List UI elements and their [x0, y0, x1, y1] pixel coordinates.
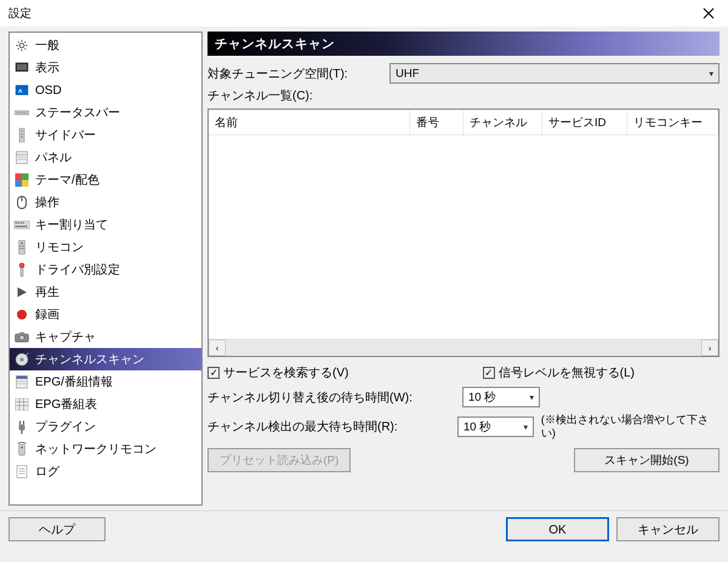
svg-point-11: [21, 133, 22, 135]
sidebar-item-theme[interactable]: テーマ/配色: [10, 169, 201, 191]
theme-icon: [13, 172, 30, 189]
monitor-icon: [13, 59, 30, 76]
wait-after-switch-combo[interactable]: 10 秒 ▾: [462, 387, 540, 407]
svg-rect-46: [16, 376, 27, 379]
svg-rect-58: [19, 444, 25, 455]
svg-rect-26: [20, 222, 22, 224]
svg-rect-9: [19, 128, 24, 142]
scroll-track[interactable]: [226, 340, 701, 356]
col-header-channel[interactable]: チャンネル: [463, 110, 542, 135]
sidebar-item-label: サイドバー: [35, 127, 96, 143]
sidebar-item-plugin[interactable]: プラグイン: [10, 415, 201, 438]
tuning-space-combo[interactable]: UHF ▾: [389, 63, 720, 84]
scroll-left-button[interactable]: ‹: [209, 340, 226, 356]
svg-marker-37: [18, 287, 27, 297]
svg-point-12: [21, 136, 22, 138]
record-icon: [13, 306, 30, 323]
sidebar-item-keyboard[interactable]: キー割り当て: [10, 213, 201, 236]
list-body: [209, 135, 718, 339]
sidebar-item-driver[interactable]: ドライバ別設定: [10, 258, 201, 281]
list-header: 名前 番号 チャンネル サービスID リモコンキー: [209, 110, 718, 135]
sidebar-item-label: チャンネルスキャン: [35, 351, 144, 367]
svg-rect-36: [21, 268, 23, 276]
ignore-signal-checkbox[interactable]: ✓ 信号レベルを無視する(L): [483, 364, 635, 381]
detect-max-wait-value: 10 秒: [463, 419, 491, 435]
col-header-remotekey[interactable]: リモコンキー: [627, 110, 718, 135]
sidebar-item-epgtable[interactable]: EPG番組表: [10, 393, 201, 415]
cancel-button[interactable]: キャンセル: [616, 517, 720, 541]
chevron-down-icon: ▾: [709, 69, 713, 78]
sidebar-item-record[interactable]: 録画: [10, 303, 201, 326]
sidebar-item-statusbar[interactable]: ステータスバー: [10, 101, 201, 124]
sidebar-item-log[interactable]: ログ: [10, 460, 201, 483]
col-header-serviceid[interactable]: サービスID: [542, 110, 627, 135]
plug-icon: [13, 418, 30, 435]
scroll-right-button[interactable]: ›: [701, 340, 718, 356]
wait-after-switch-label: チャンネル切り替え後の待ち時間(W):: [207, 389, 462, 406]
checkbox-checked-icon: ✓: [483, 367, 495, 379]
sidebar-item-netremote[interactable]: ネットワークリモコン: [10, 438, 201, 460]
titlebar: 設定: [0, 0, 728, 27]
svg-rect-24: [15, 222, 17, 224]
sidebar-item-osd[interactable]: A OSD: [10, 79, 201, 101]
svg-rect-13: [16, 152, 27, 164]
disc-icon: [13, 351, 30, 368]
sidebar-item-label: キー割り当て: [35, 216, 108, 233]
svg-point-30: [21, 242, 23, 244]
dialog-footer: ヘルプ OK キャンセル: [0, 510, 728, 549]
sidebar-item-label: EPG番組表: [35, 396, 97, 412]
sidebar-item-label: プラグイン: [35, 418, 96, 435]
epg-icon: [13, 373, 30, 390]
search-service-checkbox[interactable]: ✓ サービスを検索する(V): [207, 364, 349, 381]
svg-rect-54: [19, 424, 25, 430]
search-service-label: サービスを検索する(V): [223, 364, 349, 381]
log-icon: [13, 463, 30, 480]
channel-list[interactable]: 名前 番号 チャンネル サービスID リモコンキー ‹ ›: [207, 109, 720, 357]
sidebar-item-label: テーマ/配色: [35, 172, 99, 188]
sidebar-item-channelscan[interactable]: チャンネルスキャン: [10, 348, 201, 370]
channel-list-label: チャンネル一覧(C):: [207, 87, 312, 104]
sidebar-item-remote[interactable]: リモコン: [10, 236, 201, 258]
sidebar-item-panel[interactable]: パネル: [10, 146, 201, 169]
sidebar-item-label: ステータスバー: [35, 104, 120, 121]
ok-button[interactable]: OK: [506, 517, 609, 541]
col-header-name[interactable]: 名前: [209, 110, 410, 135]
svg-rect-19: [15, 180, 22, 187]
svg-rect-25: [18, 222, 19, 224]
help-button[interactable]: ヘルプ: [8, 517, 106, 541]
sidebar-item-general[interactable]: 一般: [10, 34, 201, 56]
svg-rect-60: [17, 466, 27, 478]
scan-start-button[interactable]: スキャン開始(S): [574, 448, 720, 472]
tuning-space-value: UHF: [396, 67, 419, 80]
sidebar-item-label: ネットワークリモコン: [35, 441, 157, 457]
svg-point-41: [19, 335, 24, 340]
sidebar-item-label: 一般: [35, 37, 59, 53]
svg-rect-27: [22, 222, 24, 224]
sidebar-item-capture[interactable]: キャプチャ: [10, 326, 201, 348]
close-button[interactable]: [698, 2, 720, 24]
section-header: チャンネルスキャン: [207, 32, 720, 56]
sidebar-item-sidebar[interactable]: サイドバー: [10, 124, 201, 146]
list-hscroll: ‹ ›: [209, 339, 718, 356]
remote-icon: [13, 239, 30, 256]
svg-rect-28: [15, 226, 27, 227]
detect-max-wait-combo[interactable]: 10 秒 ▾: [457, 416, 534, 437]
sidebar-item-epg[interactable]: EPG/番組情報: [10, 370, 201, 393]
panel-icon: [13, 149, 30, 166]
svg-point-34: [22, 248, 24, 249]
sidebar-item-operation[interactable]: 操作: [10, 191, 201, 213]
content-panel: チャンネルスキャン 対象チューニング空間(T): UHF ▾ チャンネル一覧(C…: [207, 32, 720, 506]
mouse-icon: [13, 194, 30, 211]
sidebar-item-label: 再生: [35, 284, 59, 300]
netremote-icon: [13, 441, 30, 458]
svg-point-10: [21, 130, 22, 132]
svg-point-43: [20, 358, 24, 361]
sidebar-item-label: 表示: [35, 59, 59, 76]
gear-icon: [13, 37, 30, 54]
sidebar-item-display[interactable]: 表示: [10, 56, 201, 79]
col-header-number[interactable]: 番号: [410, 110, 463, 135]
sidebar-item-playback[interactable]: 再生: [10, 281, 201, 303]
svg-point-59: [21, 446, 23, 448]
svg-point-2: [19, 43, 24, 47]
sidebar-item-label: リモコン: [35, 239, 84, 255]
